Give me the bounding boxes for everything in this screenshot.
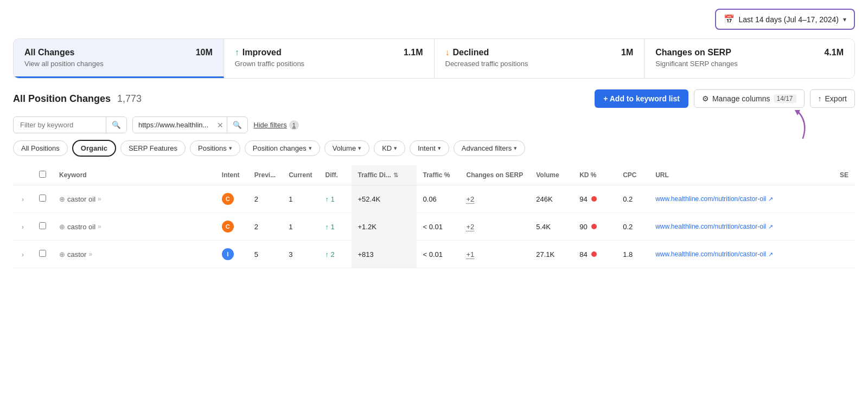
export-button[interactable]: ↑ Export [810,89,855,108]
export-icon: ↑ [818,94,822,103]
row-previous-1: 2 [248,213,282,241]
row-previous-2: 5 [248,241,282,268]
filter-chip-all-positions[interactable]: All Positions [13,140,68,156]
card-title-all-changes: All Changes [24,48,74,57]
row-current-0: 1 [282,185,318,213]
row-checkbox-1[interactable] [39,222,46,229]
improved-arrow-icon: ↑ [235,48,239,57]
row-current-2: 3 [282,241,318,268]
summary-card-improved[interactable]: ↑ Improved 1.1M Grown traffic positions [224,39,435,78]
card-count-declined: 1M [621,48,633,57]
intent-chevron-icon: ▾ [438,145,441,152]
row-url-2: www.healthline.com/nutrition/castor-oil … [649,241,833,268]
row-se-0 [833,185,855,213]
kd-dot-1 [591,224,597,229]
url-link-2[interactable]: www.healthline.com/nutrition/castor-oil … [655,250,753,258]
calendar-icon: 📅 [724,14,735,24]
table-header-row: All Position Changes 1,773 + Add to keyw… [13,89,855,108]
changes-on-serp-value-1: +2 [467,223,475,231]
keyword-link-0[interactable]: ⊕ castor oil » [59,195,209,203]
row-volume-1: 5.4K [529,213,573,241]
advanced-filters-chevron-icon: ▾ [514,145,517,152]
row-se-1 [833,213,855,241]
row-traffic-di-0: +52.4K [352,185,417,213]
row-cpc-2: 1.8 [616,241,649,268]
keyword-plus-icon-2: ⊕ [59,250,65,259]
table-body: › ⊕ castor oil » C 2 1 ↑ 1 +52.4K 0.06 +… [13,185,855,268]
row-keyword-2: ⊕ castor » [53,241,215,268]
url-filter-value: https://www.healthlin... [133,117,214,133]
date-picker-button[interactable]: 📅 Last 14 days (Jul 4–17, 2024) ▾ [715,9,855,30]
volume-chevron-icon: ▾ [358,145,361,152]
kd-dot-2 [591,251,597,257]
url-filter-wrap: https://www.healthlin... ✕ 🔍 [132,117,248,133]
diff-value-0: ↑ 1 [326,195,345,203]
row-expand-1[interactable]: › [13,213,33,241]
row-checkbox-2[interactable] [39,250,46,257]
table-header-row-element: Keyword Intent Previ... Current Diff. [13,165,855,185]
keyword-filter-input[interactable] [14,117,106,133]
filter-chip-intent[interactable]: Intent ▾ [410,140,449,156]
filter-chip-advanced-filters[interactable]: Advanced filters ▾ [454,140,526,156]
row-expand-2[interactable]: › [13,241,33,268]
url-filter-search-button[interactable]: 🔍 [227,117,247,133]
th-traffic-di[interactable]: Traffic Di... ⇅ [352,165,417,185]
intent-badge-0: C [222,193,234,205]
keyword-search-button[interactable]: 🔍 [106,117,126,133]
url-link-1[interactable]: www.healthline.com/nutrition/castor-oil … [655,223,753,230]
row-checkbox-cell-1 [33,213,53,241]
row-changes-on-serp-2: +1 [460,241,530,268]
kd-dot-0 [591,196,597,202]
diff-value-1: ↑ 1 [326,223,345,231]
row-checkbox-0[interactable] [39,195,46,202]
row-traffic-pct-2: < 0.01 [417,241,460,268]
row-se-2 [833,241,855,268]
keyword-arrows-icon-1: » [98,223,101,230]
row-volume-2: 27.1K [529,241,573,268]
table-row: › ⊕ castor » I 5 3 ↑ 2 +813 < 0.01 +1 27… [13,241,855,268]
summary-card-all-changes[interactable]: All Changes 10M View all position change… [14,39,224,78]
th-se: SE [833,165,855,185]
hide-filters-button[interactable]: Hide filters 1 [253,120,298,130]
filter-chip-organic[interactable]: Organic [72,140,116,157]
svg-marker-0 [795,110,800,115]
url-link-0[interactable]: www.healthline.com/nutrition/castor-oil … [655,195,753,203]
keyword-plus-icon-1: ⊕ [59,223,65,231]
row-intent-1: C [215,213,248,241]
top-bar: 📅 Last 14 days (Jul 4–17, 2024) ▾ [13,9,855,30]
filter-chip-position-changes[interactable]: Position changes ▾ [245,140,320,156]
summary-card-declined[interactable]: ↓ Declined 1M Decreased traffic position… [435,39,645,78]
row-changes-on-serp-0: +2 [460,185,530,213]
url-text-0: www.healthline.com/nutrition/castor-oil [655,195,766,203]
filter-chip-volume[interactable]: Volume ▾ [324,140,369,156]
th-intent: Intent [215,165,248,185]
active-filter-badge: 1 [289,120,299,130]
row-current-1: 1 [282,213,318,241]
position-changes-chevron-icon: ▾ [309,145,312,152]
th-checkbox [33,165,53,185]
filter-chip-kd[interactable]: KD ▾ [374,140,405,156]
intent-badge-2: I [222,248,234,260]
th-cpc: CPC [616,165,649,185]
row-diff-1: ↑ 1 [319,213,352,241]
card-subtitle-declined: Decreased traffic positions [445,60,634,68]
card-title-improved: ↑ Improved [235,48,282,57]
filter-chip-positions[interactable]: Positions ▾ [190,140,240,156]
select-all-checkbox[interactable] [39,171,46,178]
add-to-keyword-list-button[interactable]: + Add to keyword list [595,89,688,108]
row-url-1: www.healthline.com/nutrition/castor-oil … [649,213,833,241]
url-filter-clear-button[interactable]: ✕ [214,121,227,130]
row-cpc-1: 0.2 [616,213,649,241]
manage-columns-button[interactable]: ⚙ Manage columns 14/17 [694,89,805,108]
chevron-down-icon: ▾ [843,16,846,23]
row-checkbox-cell-0 [33,185,53,213]
keyword-link-2[interactable]: ⊕ castor » [59,250,209,259]
url-text-1: www.healthline.com/nutrition/castor-oil [655,223,766,230]
row-url-0: www.healthline.com/nutrition/castor-oil … [649,185,833,213]
summary-card-changes-on-serp[interactable]: Changes on SERP 4.1M Significant SERP ch… [644,39,854,78]
filter-chip-serp-features[interactable]: SERP Features [120,140,186,156]
row-expand-0[interactable]: › [13,185,33,213]
keyword-link-1[interactable]: ⊕ castro oil » [59,223,209,231]
row-cpc-0: 0.2 [616,185,649,213]
row-traffic-di-2: +813 [352,241,417,268]
